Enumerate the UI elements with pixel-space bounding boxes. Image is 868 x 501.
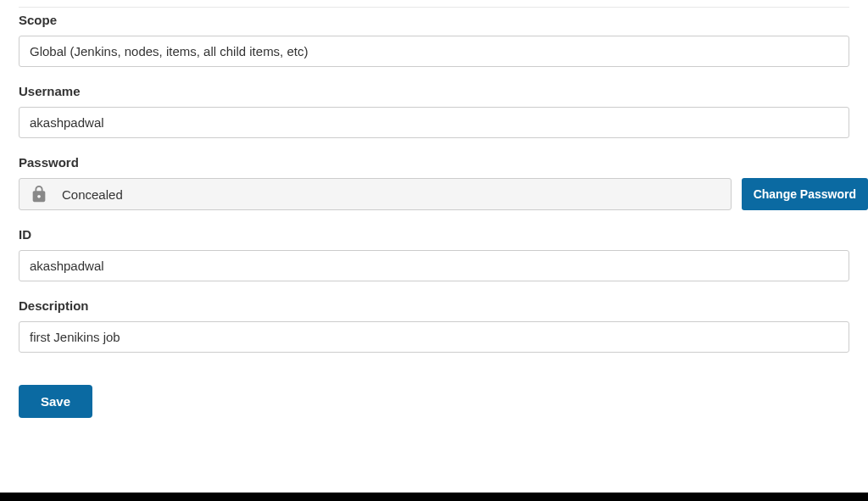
password-group: Password Concealed Change Password [19,155,849,210]
scope-label: Scope [19,13,849,27]
password-row: Concealed Change Password [19,178,849,210]
id-group: ID [19,227,849,281]
description-group: Description [19,298,849,353]
username-label: Username [19,84,849,98]
save-button[interactable]: Save [19,385,92,418]
scope-group: Scope Global (Jenkins, nodes, items, all… [19,13,849,67]
id-input[interactable] [19,250,849,281]
credentials-form: Scope Global (Jenkins, nodes, items, all… [0,0,868,435]
description-input[interactable] [19,321,849,353]
username-input[interactable] [19,107,849,138]
password-field: Concealed [19,178,732,210]
lock-icon [30,185,48,203]
id-label: ID [19,227,849,242]
change-password-button[interactable]: Change Password [742,178,868,210]
password-label: Password [19,155,849,170]
scope-select[interactable]: Global (Jenkins, nodes, items, all child… [19,36,849,67]
password-status: Concealed [62,187,123,202]
username-group: Username [19,84,849,138]
description-label: Description [19,298,849,313]
top-divider [19,7,849,8]
